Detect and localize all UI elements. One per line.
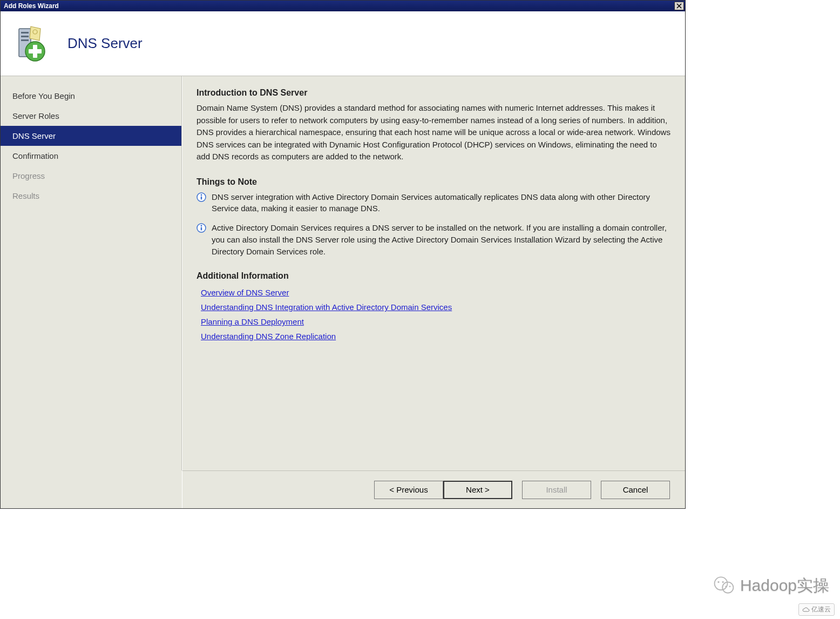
cloud-icon bbox=[802, 607, 810, 613]
window-title: Add Roles Wizard bbox=[4, 2, 59, 10]
install-button: Install bbox=[522, 481, 591, 499]
svg-point-17 bbox=[722, 582, 733, 593]
intro-heading: Introduction to DNS Server bbox=[197, 88, 671, 98]
step-before-you-begin[interactable]: Before You Begin bbox=[1, 86, 181, 106]
svg-rect-4 bbox=[21, 36, 29, 37]
svg-rect-3 bbox=[21, 32, 29, 33]
wizard-steps-sidebar: Before You Begin Server Roles DNS Server… bbox=[1, 76, 182, 470]
svg-point-18 bbox=[717, 581, 719, 583]
step-progress: Progress bbox=[1, 166, 181, 186]
previous-button[interactable]: < Previous bbox=[374, 481, 443, 499]
server-role-icon bbox=[8, 22, 51, 65]
svg-point-20 bbox=[725, 586, 727, 587]
note-text: DNS server integration with Active Direc… bbox=[212, 191, 671, 215]
next-button[interactable]: Next > bbox=[443, 481, 512, 499]
close-button[interactable] bbox=[674, 2, 684, 10]
intro-text: Domain Name System (DNS) provides a stan… bbox=[197, 102, 671, 163]
step-dns-server[interactable]: DNS Server bbox=[1, 126, 181, 146]
step-confirmation[interactable]: Confirmation bbox=[1, 146, 181, 166]
note-item: DNS server integration with Active Direc… bbox=[197, 191, 671, 215]
wechat-icon bbox=[712, 574, 736, 597]
svg-rect-9 bbox=[29, 49, 42, 53]
wizard-body: Before You Begin Server Roles DNS Server… bbox=[1, 76, 685, 470]
link-ad-integration[interactable]: Understanding DNS Integration with Activ… bbox=[197, 300, 452, 314]
step-server-roles[interactable]: Server Roles bbox=[1, 106, 181, 126]
notes-list: DNS server integration with Active Direc… bbox=[197, 191, 671, 258]
wizard-footer: < Previous Next > Install Cancel bbox=[182, 470, 685, 508]
link-planning[interactable]: Planning a DNS Deployment bbox=[197, 314, 304, 329]
watermark: Hadoop实操 bbox=[712, 574, 829, 597]
badge-text: 亿速云 bbox=[811, 605, 831, 614]
svg-point-16 bbox=[714, 577, 727, 590]
note-item: Active Directory Domain Services require… bbox=[197, 222, 671, 257]
close-icon bbox=[676, 3, 682, 9]
notes-heading: Things to Note bbox=[197, 177, 671, 187]
svg-point-21 bbox=[729, 586, 731, 587]
wizard-content: Introduction to DNS Server Domain Name S… bbox=[182, 76, 685, 470]
step-results: Results bbox=[1, 186, 181, 206]
cancel-button[interactable]: Cancel bbox=[601, 481, 670, 499]
svg-rect-12 bbox=[201, 196, 202, 199]
svg-rect-15 bbox=[201, 227, 202, 231]
wizard-window: Add Roles Wizard DNS Server Before You B… bbox=[0, 0, 686, 509]
link-zone-replication[interactable]: Understanding DNS Zone Replication bbox=[197, 329, 336, 344]
additional-links: Overview of DNS Server Understanding DNS… bbox=[197, 285, 671, 344]
svg-rect-5 bbox=[21, 39, 29, 41]
title-bar: Add Roles Wizard bbox=[1, 1, 685, 11]
page-title: DNS Server bbox=[67, 35, 143, 52]
watermark-text: Hadoop实操 bbox=[740, 575, 829, 597]
additional-heading: Additional Information bbox=[197, 271, 671, 281]
svg-point-19 bbox=[722, 581, 723, 583]
note-text: Active Directory Domain Services require… bbox=[212, 222, 671, 257]
corner-badge: 亿速云 bbox=[798, 603, 835, 616]
info-icon bbox=[197, 223, 206, 233]
link-overview[interactable]: Overview of DNS Server bbox=[197, 285, 289, 300]
info-icon bbox=[197, 192, 206, 202]
wizard-header: DNS Server bbox=[1, 11, 685, 76]
svg-point-11 bbox=[201, 194, 202, 196]
svg-point-14 bbox=[201, 225, 202, 227]
